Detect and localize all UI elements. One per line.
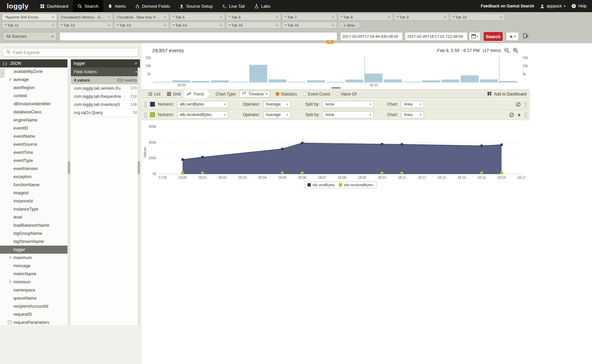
add-metric-button[interactable]: + [517,112,521,118]
field-item-instanceid[interactable]: instanceId [0,197,67,205]
field-item-message[interactable]: message [0,262,67,270]
field-item-requestid[interactable]: requestID [0,310,67,318]
zoom-out-icon[interactable] [504,48,510,53]
field-item-availabilityzone[interactable]: availabilityZone [0,67,67,76]
field-item-imageid[interactable]: imageId [0,189,67,197]
field-item-context[interactable]: context [0,92,67,100]
field-item-eventtype[interactable]: eventType [0,157,67,165]
field-value-row[interactable]: com.loggly.lab.RequestHa218 [71,92,140,101]
user-menu[interactable]: apppack ▾ [540,4,565,8]
field-item-loggroupname[interactable]: logGroupName [0,229,67,237]
field-item-functionname[interactable]: functionName [0,181,67,189]
radio-statistics[interactable]: Statistics [276,92,297,96]
collapse-field-icon[interactable]: − [8,320,11,324]
close-tab-icon[interactable]: × [388,15,390,19]
split-by-select[interactable]: none▾ [322,111,374,118]
tab-tab-13[interactable]: * Tab 13× [114,22,169,29]
search-options-expander[interactable]: ▾ [326,40,334,44]
close-tab-icon[interactable]: × [332,23,334,27]
field-item-average[interactable]: #average [0,76,67,84]
disable-metric-icon[interactable] [516,102,521,107]
tab-tab-10[interactable]: * Tab 10× [450,13,505,21]
scrollbar-handle[interactable] [68,161,70,174]
field-item-namespace[interactable]: namespace [0,286,67,294]
time-to-input[interactable] [405,32,468,41]
view-trend-button[interactable]: Trend [184,90,207,98]
saved-search-edit-button[interactable] [523,33,529,40]
close-tab-icon[interactable]: × [52,23,54,27]
close-tab-icon[interactable]: × [164,15,166,19]
field-item-instancetype[interactable]: instanceType [0,205,67,213]
close-tab-icon[interactable]: × [276,23,278,27]
nav-item-derived-fields[interactable]: Derived Fields [131,0,175,12]
field-item-enginename[interactable]: engineName [0,116,67,124]
tab-tab-14[interactable]: * Tab 14× [170,22,225,29]
close-tab-icon[interactable]: × [108,15,110,19]
view-grid-button[interactable]: Grid [164,90,184,98]
field-item-level[interactable]: level [0,213,67,221]
field-value-row[interactable]: com.loggly.lab.servlets.Pu370 [71,84,140,92]
nav-item-live-tail[interactable]: Live Tail [218,0,250,12]
field-item-exception[interactable]: exception [0,173,67,181]
tab-tab-5[interactable]: * Tab 5× [170,13,225,21]
chart-type-dropdown[interactable]: Timeline ▾ [239,91,270,97]
field-item-awsregion[interactable]: awsRegion [0,84,67,92]
disable-metric-icon[interactable] [509,112,514,117]
close-tab-icon[interactable]: × [276,15,278,19]
field-item-eventsource[interactable]: eventSource [0,140,67,148]
calendar-button[interactable]: ▾ [469,32,480,41]
nav-item-alerts[interactable]: Alerts [103,0,131,12]
field-item-eventversion[interactable]: eventVersion [0,165,67,173]
loggly-logo[interactable]: loggly [0,0,35,12]
drag-handle-icon[interactable] [144,112,147,118]
timeline-scroll-handle[interactable] [331,87,341,89]
close-tab-icon[interactable]: × [332,15,334,19]
close-tab-icon[interactable]: × [220,15,222,19]
field-item-eventtime[interactable]: eventTime [0,148,67,157]
field-item-requestparameters[interactable]: −requestParameters [0,318,67,325]
tab-tab-16[interactable]: * Tab 16× [282,22,337,29]
drag-handle-icon[interactable] [144,102,147,107]
json-scrollbar[interactable] [68,67,70,325]
drag-handle-icon[interactable] [524,102,527,107]
tab-tab-9[interactable]: * Tab 9× [394,13,449,21]
tab-cloudtrail-new-key-pairs[interactable]: Cloudtrail - New Key Pairs× [114,13,169,21]
nav-item-dashboard[interactable]: Dashboard [35,0,73,12]
time-from-input[interactable] [340,32,403,41]
close-icon[interactable]: × [135,61,137,66]
operator-select[interactable]: Average▾ [263,101,291,108]
tab-apache-500-errors[interactable]: *Apache 500 Errors× [2,13,57,21]
tab-cloudwatch-metrics-ec2-cpu[interactable]: Cloudwatch Metrics - EC2 CPU× [58,13,113,21]
search-button[interactable]: Search [484,32,503,41]
drag-handle-icon[interactable] [524,112,527,118]
feedback-link[interactable]: Feedback on Gamut Search [481,4,534,8]
numeric-field-select[interactable]: elb.receivedBytes▾ [177,111,228,118]
close-tab-icon[interactable]: × [444,15,446,19]
all-sources-dropdown[interactable]: All Sources ▾ [3,32,57,41]
favorites-button[interactable]: ★ ▾ [506,32,519,41]
field-item-logger[interactable]: logger [0,246,67,254]
search-query-input[interactable] [59,32,337,41]
chart-style-select[interactable]: Area▾ [401,111,424,118]
field-item-metricname[interactable]: metricName [0,270,67,278]
tab-tab-6[interactable]: * Tab 6× [226,13,281,21]
tab-tab-8[interactable]: * Tab 8× [338,13,393,21]
field-explorer-input[interactable] [13,50,135,55]
field-item-minimum[interactable]: #minimum [0,278,67,286]
radio-event-count[interactable]: Event Count [303,92,330,96]
field-item-databaseclass[interactable]: databaseClass [0,108,67,116]
help-menu[interactable]: ? Help [571,4,587,8]
tab-tab-11[interactable]: * Tab 11× [2,22,57,29]
field-item-dbinstanceidentifier[interactable]: dBInstanceIdentifier [0,100,67,108]
values-scrollbar[interactable] [138,67,140,325]
field-actions-dropdown[interactable]: Field Actions ▾ [71,67,140,76]
field-item-eventname[interactable]: eventName [0,132,67,140]
field-item-queuename[interactable]: queueName [0,294,67,302]
tab-tab-15[interactable]: * Tab 15× [226,22,281,29]
field-item-eventid[interactable]: eventID [0,124,67,132]
zoom-in-icon[interactable] [513,48,518,53]
split-by-select[interactable]: none▾ [322,101,374,108]
field-item-recipientaccountid[interactable]: recipientAccountId [0,302,67,310]
close-tab-icon[interactable]: × [108,23,110,27]
close-tab-icon[interactable]: × [220,23,222,27]
